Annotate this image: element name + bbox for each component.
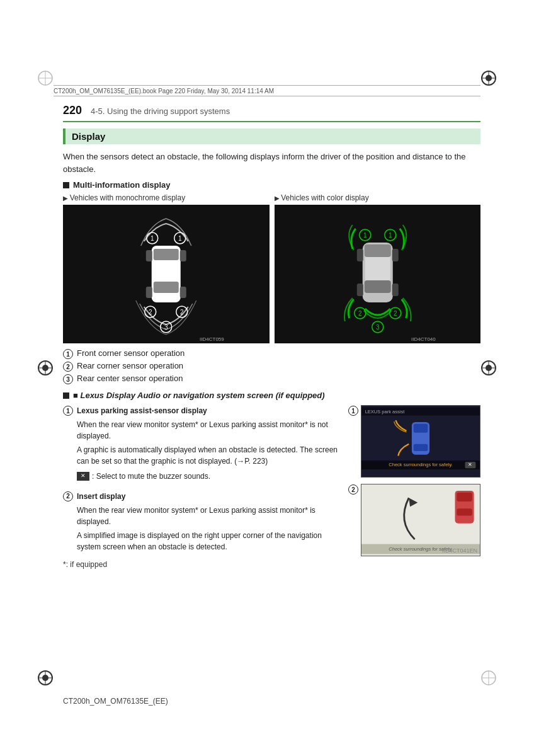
sensor-item-1: 1 Front corner sensor operation bbox=[63, 348, 480, 359]
lexus-content: 1 Lexus parking assist-sensor display Wh… bbox=[63, 405, 480, 570]
svg-text:3: 3 bbox=[375, 324, 379, 331]
svg-text:1: 1 bbox=[178, 235, 182, 242]
multi-info-label: Multi-information display bbox=[73, 180, 171, 190]
mono-image-block: 1 1 2 2 3 IID4CT059 bbox=[63, 205, 270, 343]
svg-text:2: 2 bbox=[180, 309, 184, 316]
sensor-item-2: 2 Rear corner sensor operation bbox=[63, 361, 480, 372]
lexus-screen-2: Check surroundings for safety. IID4CT041… bbox=[361, 484, 480, 556]
lexus-images-col: 1 LEXUS park assist bbox=[348, 405, 480, 570]
sensor-num-2: 2 bbox=[63, 362, 73, 372]
svg-rect-28 bbox=[146, 287, 152, 298]
lexus-num-1: 1 bbox=[63, 406, 73, 416]
svg-text:1: 1 bbox=[363, 232, 366, 239]
svg-rect-29 bbox=[180, 287, 186, 298]
corner-mark-tl bbox=[37, 69, 54, 87]
chapter-title: 4-5. Using the driving support systems bbox=[91, 106, 230, 116]
lexus-screen-1: LEXUS park assist Check surroundings for… bbox=[361, 405, 480, 478]
svg-text:2: 2 bbox=[358, 310, 361, 317]
chapter-header: 220 4-5. Using the driving support syste… bbox=[63, 104, 480, 117]
footnote: *: if equipped bbox=[63, 559, 342, 570]
lexus-item-2-header: 2 Insert display bbox=[63, 491, 342, 502]
svg-rect-66 bbox=[414, 444, 428, 451]
sensor-label-1: Front corner sensor operation bbox=[77, 348, 185, 358]
svg-rect-44 bbox=[364, 244, 390, 257]
svg-text:2: 2 bbox=[149, 309, 152, 316]
section-title: Display bbox=[63, 129, 480, 144]
svg-text:✕: ✕ bbox=[468, 462, 472, 467]
file-info: CT200h_OM_OM76135E_(EE).book Page 220 Fr… bbox=[54, 88, 274, 94]
svg-text:3: 3 bbox=[164, 324, 168, 331]
svg-rect-26 bbox=[146, 250, 152, 261]
svg-rect-47 bbox=[392, 249, 398, 261]
lexus-item-1-body1: When the rear view monitor system* or Le… bbox=[77, 419, 342, 467]
screen2-num: 2 bbox=[348, 484, 358, 495]
sensor-item-3: 3 Rear center sensor operation bbox=[63, 374, 480, 384]
svg-text:IID4CT059: IID4CT059 bbox=[200, 336, 224, 342]
page-footer: CT200h_OM_OM76135E_(EE) bbox=[63, 697, 168, 706]
black-square-icon-2 bbox=[63, 392, 69, 399]
corner-mark-mid-r bbox=[480, 359, 497, 377]
images-row: 1 1 2 2 3 IID4CT059 bbox=[63, 205, 480, 343]
lexus-num-2: 2 bbox=[63, 491, 73, 501]
svg-text:1: 1 bbox=[388, 232, 392, 239]
corner-mark-bl bbox=[37, 669, 54, 687]
corner-mark-tr bbox=[480, 69, 497, 87]
svg-rect-49 bbox=[392, 284, 398, 296]
svg-rect-65 bbox=[414, 424, 428, 433]
svg-rect-73 bbox=[457, 493, 472, 501]
svg-text:IID4CT040: IID4CT040 bbox=[411, 336, 436, 342]
multi-info-heading: Multi-information display bbox=[63, 180, 480, 190]
sensor-num-3: 3 bbox=[63, 374, 73, 384]
page-number: 220 bbox=[63, 104, 82, 117]
mute-icon-symbol: ✕ bbox=[81, 472, 86, 481]
svg-rect-24 bbox=[154, 249, 179, 260]
svg-text:LEXUS park assist: LEXUS park assist bbox=[365, 409, 406, 415]
lexus-heading: ■ Lexus Display Audio or navigation syst… bbox=[63, 391, 480, 400]
intro-text: When the sensors detect an obstacle, the… bbox=[63, 151, 480, 175]
svg-text:2: 2 bbox=[393, 310, 397, 317]
sensor-label-2: Rear corner sensor operation bbox=[77, 361, 183, 370]
lexus-title-2: Insert display bbox=[77, 491, 125, 502]
header-bar: CT200h_OM_OM76135E_(EE).book Page 220 Fr… bbox=[54, 85, 480, 96]
image-label-mono: Vehicles with monochrome display bbox=[63, 193, 270, 202]
mute-label: : Select to mute the buzzer sounds. bbox=[92, 471, 210, 482]
sensor-label-3: Rear center sensor operation bbox=[77, 374, 183, 383]
black-square-icon bbox=[63, 182, 69, 188]
sensor-num-1: 1 bbox=[63, 349, 73, 359]
svg-rect-45 bbox=[364, 280, 390, 293]
image-label-color: Vehicles with color display bbox=[275, 193, 481, 202]
svg-rect-46 bbox=[356, 249, 363, 261]
svg-rect-25 bbox=[154, 282, 179, 293]
mute-icon: ✕ bbox=[77, 472, 89, 481]
screen2-id: IID4CT041EN bbox=[442, 547, 477, 554]
screen1-num: 1 bbox=[348, 406, 358, 416]
sensor-list: 1 Front corner sensor operation 2 Rear c… bbox=[63, 348, 480, 384]
corner-mark-br bbox=[480, 669, 497, 687]
page-content: 220 4-5. Using the driving support syste… bbox=[63, 104, 480, 570]
lexus-item-1: 1 Lexus parking assist-sensor display Wh… bbox=[63, 405, 342, 484]
lexus-item-2-body1: When the rear view monitor system* or Le… bbox=[77, 505, 342, 553]
svg-rect-27 bbox=[180, 250, 186, 261]
lexus-item-1-header: 1 Lexus parking assist-sensor display bbox=[63, 405, 342, 416]
svg-rect-74 bbox=[457, 508, 472, 515]
lexus-item-2: 2 Insert display When the rear view moni… bbox=[63, 491, 342, 553]
svg-text:Check surroundings for safety.: Check surroundings for safety. bbox=[389, 462, 452, 467]
color-image-block: 1 1 2 2 3 IID4CT040 bbox=[275, 205, 481, 343]
mute-icon-area: ✕ : Select to mute the buzzer sounds. bbox=[77, 471, 210, 482]
image-label-row: Vehicles with monochrome display Vehicle… bbox=[63, 193, 480, 202]
lexus-text-col: 1 Lexus parking assist-sensor display Wh… bbox=[63, 405, 342, 570]
green-divider bbox=[63, 121, 480, 122]
svg-text:1: 1 bbox=[151, 235, 154, 242]
lexus-heading-label: ■ Lexus Display Audio or navigation syst… bbox=[73, 391, 325, 400]
corner-mark-mid-l bbox=[37, 359, 54, 377]
svg-rect-48 bbox=[356, 284, 363, 296]
lexus-title-1: Lexus parking assist-sensor display bbox=[77, 405, 207, 416]
